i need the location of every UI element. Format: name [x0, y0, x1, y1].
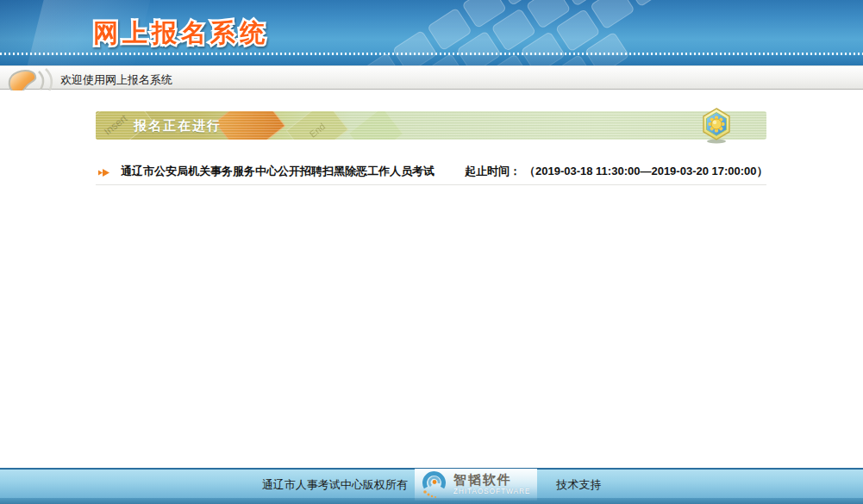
orange-key-decoration [215, 111, 285, 140]
footer: 通辽市人事考试中心版权所有 智韬软件 ZHITAOSOFTWARE 技术支持 [0, 468, 863, 504]
exam-row: 通辽市公安局机关事务服务中心公开招聘扫黑除恶工作人员考试 起止时间：（2019-… [96, 158, 766, 185]
welcome-bar: 欢迎使用网上报名系统 [0, 65, 863, 90]
exam-time-range: （2019-03-18 11:30:00—2019-03-20 17:00:00… [524, 165, 768, 177]
section-title: 报名正在进行 [134, 118, 222, 134]
site-banner: 网上报名系统 [0, 0, 863, 65]
tech-support-link[interactable]: 技术支持 [556, 477, 601, 493]
exam-time-label: 起止时间： [465, 165, 521, 177]
section-header: Insert End 报名正在进行 [96, 111, 766, 140]
arrow-icon [97, 168, 111, 177]
exam-link[interactable]: 通辽市公安局机关事务服务中心公开招聘扫黑除恶工作人员考试 [121, 164, 435, 179]
zhitao-logo-name: 智韬软件 [453, 473, 531, 486]
zhitao-swirl-icon [420, 469, 449, 500]
globe-gear-badge-icon [701, 108, 732, 144]
site-title: 网上报名系统 [93, 19, 269, 47]
insert-key-label: Insert [102, 112, 129, 138]
end-key-label: End [308, 121, 328, 140]
copyright-text: 通辽市人事考试中心版权所有 [262, 477, 408, 493]
zhitao-logo: 智韬软件 ZHITAOSOFTWARE [415, 469, 538, 501]
green-key-decoration [348, 111, 403, 140]
end-key-decoration: End [286, 111, 349, 140]
exam-time: 起止时间：（2019-03-18 11:30:00—2019-03-20 17:… [465, 164, 768, 179]
main-content: Insert End 报名正在进行 [0, 90, 863, 468]
site-title-wrap: 网上报名系统 [86, 9, 448, 57]
welcome-text: 欢迎使用网上报名系统 [60, 72, 172, 88]
zhitao-logo-subtitle: ZHITAOSOFTWARE [453, 488, 531, 495]
